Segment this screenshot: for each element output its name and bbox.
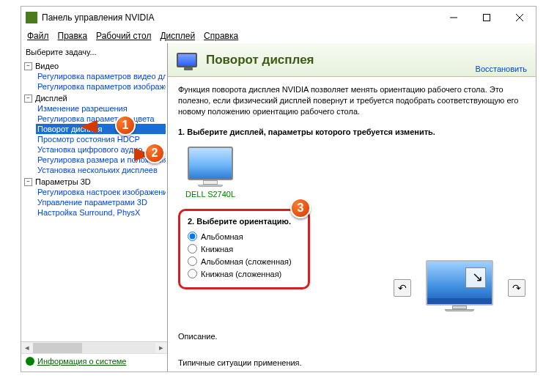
- close-icon: [516, 14, 523, 21]
- tree-item[interactable]: Регулировка параметров изображения д: [36, 81, 166, 92]
- tree-item[interactable]: Настройка Surround, PhysX: [36, 207, 166, 218]
- preview-monitor: [424, 260, 495, 316]
- titlebar: Панель управления NVIDIA: [21, 7, 536, 29]
- menu-display[interactable]: Дисплей: [160, 31, 195, 41]
- minimize-icon: [450, 14, 457, 21]
- description-heading: Описание.: [178, 332, 525, 341]
- tree-item[interactable]: Регулировка настроек изображения с пр: [36, 187, 166, 197]
- tree-cat-video[interactable]: Видео: [23, 61, 166, 71]
- radio-landscape-flipped[interactable]: [188, 256, 197, 266]
- restore-link[interactable]: Восстановить: [476, 64, 527, 73]
- page-description: Функция поворота дисплея NVIDIA позволяе…: [178, 84, 525, 117]
- orientation-landscape[interactable]: Альбомная: [188, 230, 300, 243]
- maximize-button[interactable]: [470, 7, 503, 28]
- typical-use-heading: Типичные ситуации применения.: [178, 358, 525, 367]
- tree-item[interactable]: Регулировка параметров цвета: [36, 114, 166, 124]
- scroll-left-arrow-icon[interactable]: ◂: [21, 343, 33, 352]
- page-title: Поворот дисплея: [206, 53, 476, 67]
- radio-portrait-flipped[interactable]: [188, 269, 197, 278]
- menu-desktop[interactable]: Рабочий стол: [96, 31, 151, 41]
- tree-item[interactable]: Просмотр состояния HDCP: [36, 134, 166, 144]
- step1-title: 1. Выберите дисплей, параметры которого …: [178, 127, 525, 136]
- monitor-icon: [188, 147, 233, 180]
- menu-help[interactable]: Справка: [204, 31, 238, 41]
- menu-edit[interactable]: Правка: [58, 31, 88, 41]
- menu-file[interactable]: Файл: [27, 31, 49, 41]
- display-icon: [177, 53, 197, 67]
- display-selector[interactable]: DELL S2740L: [185, 147, 235, 199]
- radio-landscape[interactable]: [188, 232, 197, 241]
- task-tree: Видео Регулировка параметров видео для в…: [21, 59, 167, 341]
- callout-badge-2: 2: [144, 143, 165, 163]
- rotate-cw-button[interactable]: ↷: [508, 279, 525, 297]
- step2-title: 2. Выберите ориентацию.: [188, 217, 300, 226]
- scroll-right-arrow-icon[interactable]: ▸: [155, 343, 167, 352]
- orientation-group: 2. Выберите ориентацию. Альбомная Книжна…: [178, 209, 310, 289]
- svg-rect-1: [483, 15, 490, 21]
- radio-portrait[interactable]: [188, 244, 197, 254]
- orientation-preview: ↶ ↷: [394, 260, 525, 316]
- tree-item[interactable]: Регулировка параметров видео для вид: [36, 71, 166, 81]
- monitor-name: DELL S2740L: [185, 190, 235, 199]
- orientation-landscape-flipped[interactable]: Альбомная (сложенная): [188, 255, 300, 267]
- tree-item-rotate-display[interactable]: Поворот дисплея: [36, 124, 166, 134]
- callout-badge-3: 3: [290, 198, 311, 218]
- close-button[interactable]: [503, 7, 536, 28]
- sidebar: Выберите задачу... Видео Регулировка пар…: [21, 43, 168, 371]
- main-pane: Поворот дисплея Восстановить Функция пов…: [168, 43, 536, 371]
- rotate-ccw-button[interactable]: ↶: [394, 279, 411, 297]
- tree-cat-display[interactable]: Дисплей: [23, 93, 166, 103]
- tree-item[interactable]: Управление параметрами 3D: [36, 197, 166, 207]
- select-task-label: Выберите задачу...: [21, 46, 167, 59]
- nvidia-control-panel-window: Панель управления NVIDIA Файл Правка Раб…: [21, 6, 536, 372]
- info-icon: [26, 357, 34, 366]
- tree-item[interactable]: Изменение разрешения: [36, 103, 166, 114]
- callout-arrow-1: [80, 120, 97, 133]
- page-banner: Поворот дисплея Восстановить: [168, 43, 536, 77]
- orientation-portrait-flipped[interactable]: Книжная (сложенная): [188, 267, 300, 280]
- system-info-link[interactable]: Информация о системе: [21, 353, 167, 369]
- tree-cat-3d[interactable]: Параметры 3D: [23, 177, 166, 187]
- orientation-portrait[interactable]: Книжная: [188, 243, 300, 255]
- window-title: Панель управления NVIDIA: [42, 12, 437, 23]
- sidebar-scrollbar[interactable]: ◂ ▸: [21, 341, 167, 353]
- scrollbar-thumb[interactable]: [33, 343, 82, 353]
- tree-item[interactable]: Установка нескольких дисплеев: [36, 165, 166, 175]
- maximize-icon: [483, 14, 490, 21]
- minimize-button[interactable]: [437, 7, 470, 28]
- callout-badge-1: 1: [115, 115, 136, 136]
- menubar: Файл Правка Рабочий стол Дисплей Справка: [21, 29, 536, 43]
- nvidia-icon: [26, 12, 37, 23]
